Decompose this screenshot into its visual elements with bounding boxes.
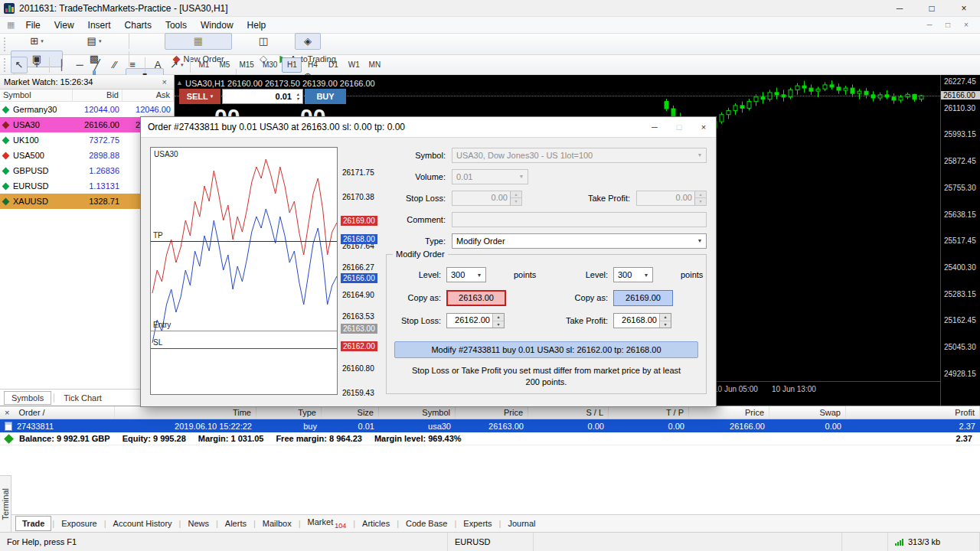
child-restore-button[interactable]: □ [939, 18, 957, 31]
column-ask[interactable]: Ask [122, 90, 174, 101]
volume-input[interactable]: 0.01 ▴▾ [222, 89, 303, 104]
menu-item-insert[interactable]: Insert [81, 18, 118, 33]
terminal-column-take-profit[interactable]: T / P [609, 406, 689, 419]
chevron-down-icon: ▼ [473, 272, 485, 278]
horizontal-line-button[interactable]: ─ [71, 57, 88, 73]
column-bid[interactable]: Bid [73, 90, 122, 101]
text-label-button[interactable]: A [149, 57, 166, 73]
market-watch-tab-tick-chart[interactable]: Tick Chart [57, 392, 109, 404]
menu-item-view[interactable]: View [47, 18, 81, 33]
market-watch-button[interactable]: ▦ [165, 33, 232, 50]
symbol-name: EURUSD [13, 181, 48, 191]
terminal-order-row[interactable]: 274338112019.06.10 15:22:22buy0.01usa302… [0, 419, 980, 432]
terminal-tab-trade[interactable]: Trade [15, 516, 51, 531]
mini-scale-label: 26166.27 [342, 263, 374, 272]
terminal-column-open-price[interactable]: Price [456, 406, 528, 419]
terminal-column-type[interactable]: Type [256, 406, 322, 419]
crosshair-button[interactable]: + [28, 57, 45, 73]
price-scale-label: 25755.30 [944, 184, 976, 192]
timeframe-w1[interactable]: W1 [344, 57, 364, 73]
dialog-maximize-button: □ [667, 117, 691, 137]
terminal-column-profit[interactable]: Profit [846, 406, 980, 419]
menu-item-tools[interactable]: Tools [158, 18, 194, 33]
toolbar-standard-container: ⊞▾▤▾▦◫◈▣▩◆New Order◇▶AutoTrading║▮~⊕⊖▥↦↤… [0, 34, 980, 55]
terminal-tab-news[interactable]: News [181, 517, 215, 530]
spinner-icon[interactable]: ▴▾ [492, 314, 504, 328]
close-market-watch-icon[interactable]: × [159, 77, 170, 86]
child-minimize-button[interactable]: ─ [920, 18, 939, 31]
terminal-tab-exposure[interactable]: Exposure [55, 517, 103, 530]
modify-stop-loss-input[interactable]: 26162.00 ▴▾ [446, 313, 505, 328]
symbol-value: usa30 [379, 419, 456, 432]
terminal-column-current-price[interactable]: Price [689, 406, 769, 419]
equidistant-channel-button[interactable]: ∕∕ [106, 57, 123, 73]
terminal-tab-market[interactable]: Market104 [302, 515, 353, 531]
close-button[interactable]: × [948, 0, 980, 16]
minimize-button[interactable]: ─ [884, 0, 916, 16]
terminal-tab-articles[interactable]: Articles [356, 517, 396, 530]
menu-item-file[interactable]: File [18, 18, 47, 33]
order-type-select[interactable]: Modify Order ▼ [452, 233, 707, 249]
vertical-line-button[interactable]: │ [54, 57, 70, 73]
market-watch-row-germany30[interactable]: Germany3012044.0012046.00 [0, 102, 174, 117]
terminal-column-symbol[interactable]: Symbol [379, 406, 456, 419]
terminal-panel: ×Order /TimeTypeSizeSymbolPriceS / LT / … [0, 406, 980, 532]
timeframe-m30[interactable]: M30 [259, 57, 281, 73]
terminal-tab-journal[interactable]: Journal [501, 517, 541, 530]
timeframe-m15[interactable]: M15 [235, 57, 257, 73]
sl-level-select[interactable]: 300 ▼ [446, 267, 486, 282]
current-price-value: 26166.00 [689, 419, 769, 432]
market-watch-tab-symbols[interactable]: Symbols [4, 391, 51, 405]
fibonacci-button[interactable]: ≡ [124, 57, 141, 73]
copy-sl-label: Copy as: [394, 293, 446, 302]
dialog-minimize-button[interactable]: ─ [642, 117, 667, 137]
terminal-tab-alerts[interactable]: Alerts [219, 517, 253, 530]
collapse-one-click-icon[interactable]: ▲ [176, 79, 183, 86]
copy-tp-button[interactable]: 26169.00 [613, 290, 673, 306]
terminal-tab-account-history[interactable]: Account History [107, 517, 178, 530]
terminal-tab-mailbox[interactable]: Mailbox [256, 517, 298, 530]
timeframe-m1[interactable]: M1 [194, 57, 214, 73]
timeframe-mn[interactable]: MN [364, 57, 384, 73]
menu-item-charts[interactable]: Charts [118, 18, 158, 33]
column-symbol[interactable]: Symbol [0, 90, 73, 101]
timeframe-m5[interactable]: M5 [214, 57, 234, 73]
spinner-icon[interactable]: ▴▾ [659, 314, 671, 328]
timeframe-d1[interactable]: D1 [323, 57, 343, 73]
close-terminal-icon[interactable]: × [5, 408, 9, 417]
buy-button[interactable]: BUY [305, 89, 346, 104]
terminal-tab-code-base[interactable]: Code Base [400, 517, 453, 530]
cursor-button[interactable]: ↖ [11, 57, 28, 73]
child-close-button[interactable]: × [957, 18, 975, 31]
modify-take-profit-input[interactable]: 26168.00 ▴▾ [613, 313, 671, 328]
dialog-close-button[interactable]: × [691, 117, 716, 137]
terminal-column-size[interactable]: Size [322, 406, 379, 419]
navigator-button[interactable]: ◈ [295, 33, 321, 50]
order-type-icon [5, 422, 12, 431]
data-window-button[interactable]: ◫ [233, 33, 294, 50]
terminal-column-open-time[interactable]: Time [115, 406, 256, 419]
maximize-button[interactable]: □ [916, 0, 948, 16]
sell-button[interactable]: SELL ▾ [179, 89, 220, 104]
terminal-column-order-id[interactable]: ×Order / [0, 406, 115, 419]
terminal-tab-experts[interactable]: Experts [457, 517, 498, 530]
arrows-button[interactable]: ↗▾ [167, 57, 186, 73]
timeframe-h4[interactable]: H4 [302, 57, 322, 73]
terminal-column-swap[interactable]: Swap [769, 406, 846, 419]
price-scale-label: 26227.45 [944, 77, 976, 86]
account-summary-item: Margin: 1 031.05 [198, 434, 264, 443]
dialog-title-bar[interactable]: Order #27433811 buy 0.01 USA30 at 26163.… [141, 117, 716, 138]
modify-order-button[interactable]: Modify #27433811 buy 0.01 USA30 sl: 2616… [394, 341, 698, 358]
new-chart-button[interactable]: ⊞▾ [11, 33, 63, 50]
chevron-down-icon: ▾ [99, 38, 102, 44]
terminal-column-stop-loss[interactable]: S / L [528, 406, 609, 419]
tp-level-select[interactable]: 300 ▼ [613, 267, 653, 282]
timeframe-h1[interactable]: H1 [282, 57, 302, 73]
menu-item-window[interactable]: Window [194, 18, 240, 33]
profiles-button[interactable]: ▤▾ [64, 33, 125, 50]
menu-item-help[interactable]: Help [240, 18, 273, 33]
copy-sl-button[interactable]: 26163.00 [446, 290, 506, 306]
trendline-button[interactable]: ╱ [89, 57, 106, 73]
volume-spinner-icon[interactable]: ▴▾ [293, 92, 302, 101]
terminal-panel-label: Terminal [1, 488, 10, 520]
